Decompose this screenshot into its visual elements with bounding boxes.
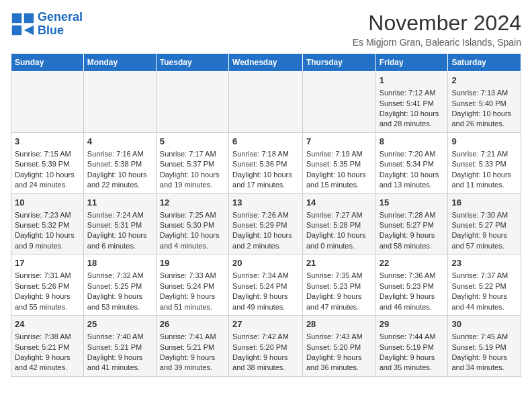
daylight-text: Daylight: 10 hours and 22 minutes.	[87, 170, 152, 191]
day-number: 2	[451, 75, 517, 87]
sunset-text: Sunset: 5:27 PM	[451, 220, 517, 230]
day-number: 29	[380, 318, 445, 330]
sunset-text: Sunset: 5:22 PM	[451, 281, 517, 291]
calendar-cell: 5Sunrise: 7:17 AMSunset: 5:37 PMDaylight…	[156, 132, 228, 193]
sunrise-text: Sunrise: 7:38 AM	[15, 332, 80, 342]
calendar-cell: 20Sunrise: 7:34 AMSunset: 5:24 PMDayligh…	[229, 255, 303, 316]
day-number: 26	[160, 318, 225, 330]
day-number: 11	[87, 197, 152, 209]
daylight-text: Daylight: 10 hours and 15 minutes.	[306, 170, 372, 191]
sunrise-text: Sunrise: 7:26 AM	[232, 210, 299, 220]
calendar-week-row: 3Sunrise: 7:15 AMSunset: 5:39 PMDaylight…	[11, 132, 521, 193]
sunset-text: Sunset: 5:34 PM	[380, 159, 445, 169]
calendar-cell: 4Sunrise: 7:16 AMSunset: 5:38 PMDaylight…	[83, 132, 156, 193]
sunset-text: Sunset: 5:24 PM	[160, 281, 225, 291]
daylight-text: Daylight: 9 hours and 58 minutes.	[380, 230, 445, 251]
daylight-text: Daylight: 10 hours and 26 minutes.	[451, 109, 517, 130]
sunset-text: Sunset: 5:19 PM	[380, 342, 445, 353]
day-number: 28	[306, 318, 372, 330]
calendar-header-row: SundayMondayTuesdayWednesdayThursdayFrid…	[11, 54, 521, 72]
sunset-text: Sunset: 5:26 PM	[15, 281, 80, 291]
daylight-text: Daylight: 10 hours and 4 minutes.	[160, 230, 225, 251]
sunrise-text: Sunrise: 7:24 AM	[87, 210, 152, 220]
sunrise-text: Sunrise: 7:30 AM	[451, 210, 517, 220]
location: Es Migjorn Gran, Balearic Islands, Spain	[353, 37, 521, 48]
daylight-text: Daylight: 10 hours and 9 minutes.	[15, 230, 80, 251]
sunrise-text: Sunrise: 7:12 AM	[380, 88, 445, 98]
calendar-cell: 17Sunrise: 7:31 AMSunset: 5:26 PMDayligh…	[11, 255, 84, 316]
sunset-text: Sunset: 5:20 PM	[306, 342, 372, 353]
calendar-cell	[83, 72, 156, 133]
daylight-text: Daylight: 9 hours and 35 minutes.	[380, 353, 445, 373]
day-number: 5	[160, 136, 225, 148]
sunset-text: Sunset: 5:40 PM	[451, 99, 517, 109]
calendar-cell: 23Sunrise: 7:37 AMSunset: 5:22 PMDayligh…	[448, 255, 521, 316]
sunset-text: Sunset: 5:33 PM	[451, 159, 517, 169]
svg-marker-3	[24, 26, 34, 35]
sunrise-text: Sunrise: 7:44 AM	[380, 332, 445, 342]
calendar-cell: 26Sunrise: 7:41 AMSunset: 5:21 PMDayligh…	[156, 316, 228, 377]
daylight-text: Daylight: 9 hours and 53 minutes.	[87, 291, 152, 312]
sunset-text: Sunset: 5:39 PM	[15, 159, 80, 169]
logo-line1: General	[38, 10, 83, 24]
calendar-cell: 1Sunrise: 7:12 AMSunset: 5:41 PMDaylight…	[375, 72, 448, 133]
day-number: 14	[306, 197, 372, 209]
calendar-cell: 30Sunrise: 7:45 AMSunset: 5:19 PMDayligh…	[448, 316, 521, 377]
day-number: 12	[160, 197, 225, 209]
calendar-cell: 3Sunrise: 7:15 AMSunset: 5:39 PMDaylight…	[11, 132, 84, 193]
calendar-cell: 8Sunrise: 7:20 AMSunset: 5:34 PMDaylight…	[375, 132, 448, 193]
daylight-text: Daylight: 10 hours and 2 minutes.	[232, 230, 299, 251]
sunset-text: Sunset: 5:27 PM	[380, 220, 445, 230]
sunrise-text: Sunrise: 7:21 AM	[451, 149, 517, 159]
calendar-cell: 7Sunrise: 7:19 AMSunset: 5:35 PMDaylight…	[302, 132, 375, 193]
day-number: 8	[380, 136, 445, 148]
calendar-cell: 13Sunrise: 7:26 AMSunset: 5:29 PMDayligh…	[229, 193, 303, 255]
calendar-week-row: 1Sunrise: 7:12 AMSunset: 5:41 PMDaylight…	[11, 72, 521, 133]
header-sunday: Sunday	[11, 54, 84, 72]
sunset-text: Sunset: 5:23 PM	[306, 281, 372, 291]
sunrise-text: Sunrise: 7:18 AM	[232, 149, 299, 159]
daylight-text: Daylight: 9 hours and 49 minutes.	[232, 291, 299, 312]
day-number: 27	[232, 318, 299, 330]
daylight-text: Daylight: 10 hours and 19 minutes.	[160, 170, 225, 191]
sunrise-text: Sunrise: 7:25 AM	[160, 210, 225, 220]
calendar-cell: 24Sunrise: 7:38 AMSunset: 5:21 PMDayligh…	[11, 316, 84, 377]
sunrise-text: Sunrise: 7:32 AM	[87, 271, 152, 281]
sunset-text: Sunset: 5:24 PM	[232, 281, 299, 291]
calendar-cell: 14Sunrise: 7:27 AMSunset: 5:28 PMDayligh…	[302, 193, 375, 255]
calendar-cell: 28Sunrise: 7:43 AMSunset: 5:20 PMDayligh…	[302, 316, 375, 377]
day-number: 4	[87, 136, 152, 148]
sunrise-text: Sunrise: 7:33 AM	[160, 271, 225, 281]
header-friday: Friday	[375, 54, 448, 72]
sunset-text: Sunset: 5:28 PM	[306, 220, 372, 230]
day-number: 30	[451, 318, 517, 330]
sunrise-text: Sunrise: 7:19 AM	[306, 149, 372, 159]
sunset-text: Sunset: 5:25 PM	[87, 281, 152, 291]
day-number: 19	[160, 257, 225, 269]
calendar-table: SundayMondayTuesdayWednesdayThursdayFrid…	[11, 53, 521, 377]
day-number: 16	[451, 197, 517, 209]
calendar-cell: 29Sunrise: 7:44 AMSunset: 5:19 PMDayligh…	[375, 316, 448, 377]
header: General Blue November 2024 Es Migjorn Gr…	[11, 11, 521, 48]
sunrise-text: Sunrise: 7:23 AM	[15, 210, 80, 220]
day-number: 13	[232, 197, 299, 209]
calendar-cell: 19Sunrise: 7:33 AMSunset: 5:24 PMDayligh…	[156, 255, 228, 316]
sunrise-text: Sunrise: 7:31 AM	[15, 271, 80, 281]
sunrise-text: Sunrise: 7:41 AM	[160, 332, 225, 342]
day-number: 9	[451, 136, 517, 148]
svg-rect-0	[12, 13, 21, 23]
sunset-text: Sunset: 5:38 PM	[87, 159, 152, 169]
svg-rect-2	[12, 26, 21, 35]
sunrise-text: Sunrise: 7:35 AM	[306, 271, 372, 281]
calendar-week-row: 10Sunrise: 7:23 AMSunset: 5:32 PMDayligh…	[11, 193, 521, 255]
sunset-text: Sunset: 5:41 PM	[380, 99, 445, 109]
calendar-cell	[302, 72, 375, 133]
daylight-text: Daylight: 9 hours and 36 minutes.	[306, 353, 372, 373]
sunset-text: Sunset: 5:32 PM	[15, 220, 80, 230]
sunset-text: Sunset: 5:21 PM	[15, 342, 80, 353]
sunset-text: Sunset: 5:35 PM	[306, 159, 372, 169]
sunrise-text: Sunrise: 7:42 AM	[232, 332, 299, 342]
day-number: 23	[451, 257, 517, 269]
header-wednesday: Wednesday	[229, 54, 303, 72]
daylight-text: Daylight: 9 hours and 39 minutes.	[160, 353, 225, 373]
